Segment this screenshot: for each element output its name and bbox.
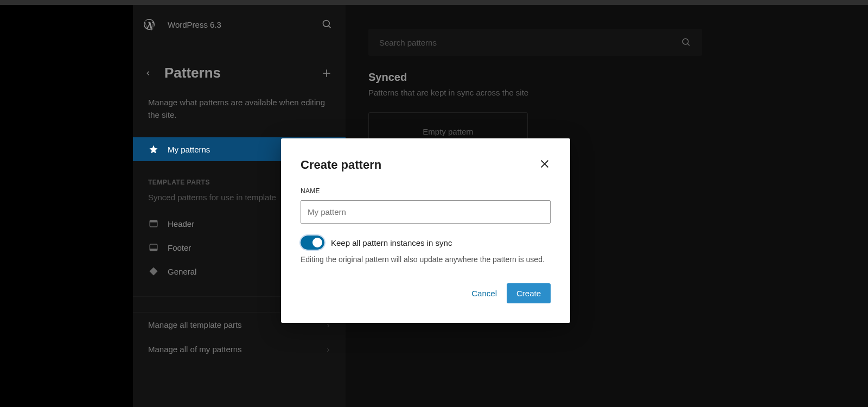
- svg-line-1: [329, 26, 331, 28]
- svg-point-0: [323, 21, 330, 27]
- manage-item-label: Manage all template parts: [148, 320, 242, 329]
- wordpress-logo-icon[interactable]: [143, 18, 156, 31]
- create-button[interactable]: Create: [507, 283, 551, 303]
- sidebar-item-label: My patterns: [168, 145, 210, 154]
- create-pattern-modal: Create pattern NAME Keep all pattern ins…: [281, 138, 570, 323]
- search-placeholder: Search patterns: [379, 38, 437, 47]
- svg-line-9: [687, 43, 690, 46]
- sync-toggle[interactable]: [301, 236, 324, 250]
- sidebar-item-label: Footer: [168, 243, 191, 252]
- search-patterns-input[interactable]: Search patterns: [368, 29, 702, 56]
- chevron-right-icon: [325, 346, 333, 353]
- window-topbar: [0, 0, 868, 5]
- manage-my-patterns-link[interactable]: Manage all of my patterns: [133, 337, 346, 361]
- content-subheading: Patterns that are kept in sync across th…: [368, 88, 845, 97]
- sidebar-item-label: Header: [168, 219, 194, 228]
- add-pattern-button[interactable]: [321, 67, 333, 79]
- content-heading: Synced: [368, 71, 845, 84]
- footer-layout-icon: [148, 242, 159, 253]
- section-title: Patterns: [164, 65, 221, 81]
- search-icon: [681, 37, 691, 47]
- manage-item-label: Manage all of my patterns: [148, 345, 242, 354]
- close-button[interactable]: [539, 158, 551, 170]
- sidebar-header: WordPress 6.3: [133, 5, 346, 37]
- sync-toggle-label: Keep all pattern instances in sync: [331, 238, 452, 247]
- modal-header: Create pattern: [301, 158, 551, 172]
- site-title: WordPress 6.3: [168, 20, 221, 29]
- svg-rect-5: [150, 220, 157, 222]
- pattern-tile-label: Empty pattern: [423, 127, 473, 136]
- left-gutter: [0, 5, 133, 407]
- name-field-label: NAME: [301, 187, 551, 195]
- cancel-button[interactable]: Cancel: [471, 289, 497, 298]
- sidebar-item-label: General: [168, 267, 196, 276]
- section-description: Manage what patterns are available when …: [133, 88, 346, 137]
- star-icon: [148, 144, 159, 155]
- svg-point-8: [682, 39, 688, 44]
- header-layout-icon: [148, 218, 159, 229]
- svg-rect-7: [150, 249, 157, 251]
- sync-toggle-description: Editing the original pattern will also u…: [301, 255, 551, 264]
- modal-title: Create pattern: [301, 158, 381, 172]
- back-icon[interactable]: [143, 68, 154, 79]
- sync-toggle-row: Keep all pattern instances in sync: [301, 236, 551, 250]
- search-icon[interactable]: [322, 19, 333, 30]
- pattern-name-input[interactable]: [301, 200, 551, 224]
- section-title-row: Patterns: [133, 37, 346, 88]
- modal-actions: Cancel Create: [301, 283, 551, 303]
- general-layout-icon: [148, 266, 159, 277]
